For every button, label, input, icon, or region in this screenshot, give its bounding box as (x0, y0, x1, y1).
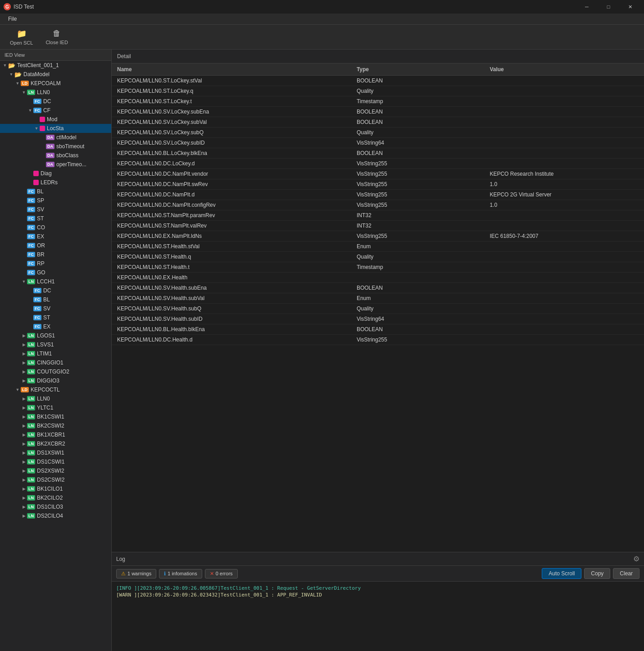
tree-item-lcch1-ex[interactable]: FCEX (0, 322, 111, 331)
tree-item-st[interactable]: FCST (0, 214, 111, 223)
tree-item-ds1cswi1[interactable]: ▶LNDS1CSWI1 (0, 457, 111, 466)
tree-item-lcch1[interactable]: ▼LNLCCH1 (0, 277, 111, 286)
detail-row-7[interactable]: KEPCOALM/LLN0.BL.LoCkey.blkEnaBOOLEAN (112, 148, 644, 159)
tree-item-sv[interactable]: FCSV (0, 205, 111, 214)
tree-item-rp[interactable]: FCRP (0, 259, 111, 268)
tree-item-bk2cswi2[interactable]: ▶LNBK2CSWI2 (0, 421, 111, 430)
detail-row-21[interactable]: KEPCOALM/LLN0.SV.Health.subValEnum (112, 293, 644, 304)
menu-file[interactable]: File (4, 14, 21, 23)
tree-label-bk2xcbr2: BK2XCBR2 (37, 441, 65, 447)
tree-item-sp[interactable]: FCSP (0, 196, 111, 205)
tree-item-ctlmodel[interactable]: DActlModel (0, 133, 111, 142)
tree-item-kepcoctl[interactable]: ▼LDKEPCOCTL (0, 385, 111, 394)
tree-item-co[interactable]: FCCO (0, 223, 111, 232)
tree-badge-lcch1: LN (27, 279, 35, 284)
detail-row-8[interactable]: KEPCOALM/LLN0.DC.LoCkey.dVisString255 (112, 159, 644, 169)
tree-item-sboclass[interactable]: DAsboClass (0, 151, 111, 160)
detail-row-23[interactable]: KEPCOALM/LLN0.SV.Health.subIDVisString64 (112, 314, 644, 324)
tree-item-cinggio1[interactable]: ▶LNCINGGIO1 (0, 358, 111, 367)
detail-row-6[interactable]: KEPCOALM/LLN0.SV.LoCkey.subIDVisString64 (112, 138, 644, 148)
detail-row-22[interactable]: KEPCOALM/LLN0.SV.Health.subQQuality (112, 304, 644, 314)
close-button[interactable]: ✕ (620, 0, 640, 14)
detail-cell-type-10: VisString255 (351, 179, 485, 190)
tree-item-bl[interactable]: FCBL (0, 187, 111, 196)
tree-item-yltc1[interactable]: ▶LNYLTC1 (0, 403, 111, 412)
tree-item-lcch1-st[interactable]: FCST (0, 313, 111, 322)
tree-item-kepcoctl-lln0[interactable]: ▶LNLLN0 (0, 394, 111, 403)
detail-row-5[interactable]: KEPCOALM/LLN0.SV.LoCkey.subQQuality (112, 127, 644, 138)
detail-row-15[interactable]: KEPCOALM/LLN0.EX.NamPlt.ldNsVisString255… (112, 231, 644, 241)
tree-item-lsvs1[interactable]: ▶LNLSVS1 (0, 340, 111, 349)
tree-item-lcch1-sv[interactable]: FCSV (0, 304, 111, 313)
detail-table-wrap[interactable]: Name Type Value KEPCOALM/LLN0.ST.LoCkey.… (112, 64, 644, 552)
detail-row-20[interactable]: KEPCOALM/LLN0.SV.Health.subEnaBOOLEAN (112, 283, 644, 293)
detail-row-9[interactable]: KEPCOALM/LLN0.DC.NamPlt.vendorVisString2… (112, 169, 644, 179)
detail-row-25[interactable]: KEPCOALM/LLN0.DC.Health.dVisString255 (112, 335, 644, 345)
settings-icon[interactable]: ⚙ (633, 555, 639, 563)
tree-item-bk2xcbr2[interactable]: ▶LNBK2XCBR2 (0, 439, 111, 448)
tree-item-ds1cilo3[interactable]: ▶LNDS1CILO3 (0, 502, 111, 511)
detail-row-3[interactable]: KEPCOALM/LLN0.SV.LoCkey.subEnaBOOLEAN (112, 107, 644, 117)
tree-item-bk1cilo1[interactable]: ▶LNBK1CILO1 (0, 484, 111, 493)
detail-row-1[interactable]: KEPCOALM/LLN0.ST.LoCkey.qQuality (112, 86, 644, 96)
tree-folder-icon-testclient: 📂 (8, 62, 15, 69)
detail-row-4[interactable]: KEPCOALM/LLN0.SV.LoCkey.subValBOOLEAN (112, 117, 644, 127)
tree-item-go[interactable]: FCGO (0, 268, 111, 277)
detail-row-10[interactable]: KEPCOALM/LLN0.DC.NamPlt.swRevVisString25… (112, 179, 644, 190)
tree-item-mod[interactable]: Mod (0, 115, 111, 124)
tree-item-diag[interactable]: Diag (0, 169, 111, 178)
clear-button[interactable]: Clear (613, 568, 639, 579)
copy-button[interactable]: Copy (584, 568, 610, 579)
detail-row-0[interactable]: KEPCOALM/LLN0.ST.LoCkey.stValBOOLEAN (112, 76, 644, 86)
tree-item-bk1xcbr1[interactable]: ▶LNBK1XCBR1 (0, 430, 111, 439)
tree-item-locsta[interactable]: ▼LocSta (0, 124, 111, 133)
tree-item-diggio3[interactable]: ▶LNDIGGIO3 (0, 376, 111, 385)
tree-item-ds2xswi2[interactable]: ▶LNDS2XSWI2 (0, 466, 111, 475)
tree-item-lcch1-bl[interactable]: FCBL (0, 295, 111, 304)
tree-item-br[interactable]: FCBR (0, 250, 111, 259)
tree-item-sbotimeout[interactable]: DAsboTimeout (0, 142, 111, 151)
tree-item-ds1xswi1[interactable]: ▶LNDS1XSWI1 (0, 448, 111, 457)
detail-row-19[interactable]: KEPCOALM/LLN0.EX.Health (112, 273, 644, 283)
detail-row-11[interactable]: KEPCOALM/LLN0.DC.NamPlt.dVisString255KEP… (112, 190, 644, 200)
detail-row-17[interactable]: KEPCOALM/LLN0.ST.Health.qQuality (112, 252, 644, 262)
detail-row-16[interactable]: KEPCOALM/LLN0.ST.Health.stValEnum (112, 241, 644, 252)
tree-arrow-cf: ▼ (27, 108, 33, 113)
warnings-filter-button[interactable]: ⚠ 1 warnings (116, 569, 156, 578)
tree-item-lcch1-dc[interactable]: FCDC (0, 286, 111, 295)
main-layout: IED View ▼📂TestClient_001_1▼📂DataModel▼L… (0, 50, 644, 651)
tree-label-sbotimeout: sboTimeout (56, 143, 84, 150)
detail-row-14[interactable]: KEPCOALM/LLN0.ST.NamPlt.valRevINT32 (112, 221, 644, 231)
tree-label-ex: EX (37, 233, 44, 240)
detail-row-13[interactable]: KEPCOALM/LLN0.ST.NamPlt.paramRevINT32 (112, 210, 644, 221)
tree-label-ds1cilo3: DS1CILO3 (37, 504, 63, 510)
tree-item-bk2cilo2[interactable]: ▶LNBK2CILO2 (0, 493, 111, 502)
tree-item-testclient[interactable]: ▼📂TestClient_001_1 (0, 61, 111, 70)
tree-item-ds2cswi2[interactable]: ▶LNDS2CSWI2 (0, 475, 111, 484)
tree-item-ds2cilo4[interactable]: ▶LNDS2CILO4 (0, 511, 111, 520)
tree-item-lln0[interactable]: ▼LNLLN0 (0, 88, 111, 97)
detail-row-18[interactable]: KEPCOALM/LLN0.ST.Health.tTimestamp (112, 262, 644, 273)
detail-row-24[interactable]: KEPCOALM/LLN0.BL.Health.blkEnaBOOLEAN (112, 324, 644, 335)
infomations-filter-button[interactable]: ℹ 1 infomations (159, 569, 202, 578)
auto-scroll-button[interactable]: Auto Scroll (542, 568, 581, 579)
tree-item-or[interactable]: FCOR (0, 241, 111, 250)
tree-item-kepcoalm[interactable]: ▼LDKEPCOALM (0, 79, 111, 88)
tree-item-coutggio2[interactable]: ▶LNCOUTGGIO2 (0, 367, 111, 376)
tree-item-opertimeo[interactable]: DAoperTimeo... (0, 160, 111, 169)
tree-item-dc[interactable]: FCDC (0, 97, 111, 106)
tree-item-ltim1[interactable]: ▶LNLTIM1 (0, 349, 111, 358)
tree-item-cf[interactable]: ▼FCCF (0, 106, 111, 115)
maximize-button[interactable]: □ (598, 0, 619, 14)
tree-item-lgos1[interactable]: ▶LNLGOS1 (0, 331, 111, 340)
detail-row-2[interactable]: KEPCOALM/LLN0.ST.LoCkey.tTimestamp (112, 96, 644, 107)
minimize-button[interactable]: ─ (576, 0, 597, 14)
tree-item-ex[interactable]: FCEX (0, 232, 111, 241)
errors-filter-button[interactable]: ✕ 0 errors (205, 569, 238, 578)
tree-item-ledrs[interactable]: LEDRs (0, 178, 111, 187)
open-scl-button[interactable]: 📁 Open SCL (5, 27, 37, 47)
tree-item-datamodel[interactable]: ▼📂DataModel (0, 70, 111, 79)
detail-row-12[interactable]: KEPCOALM/LLN0.DC.NamPlt.configRevVisStri… (112, 200, 644, 210)
close-ied-button[interactable]: 🗑 Close IED (41, 27, 73, 47)
tree-item-bk1cswi1[interactable]: ▶LNBK1CSWI1 (0, 412, 111, 421)
